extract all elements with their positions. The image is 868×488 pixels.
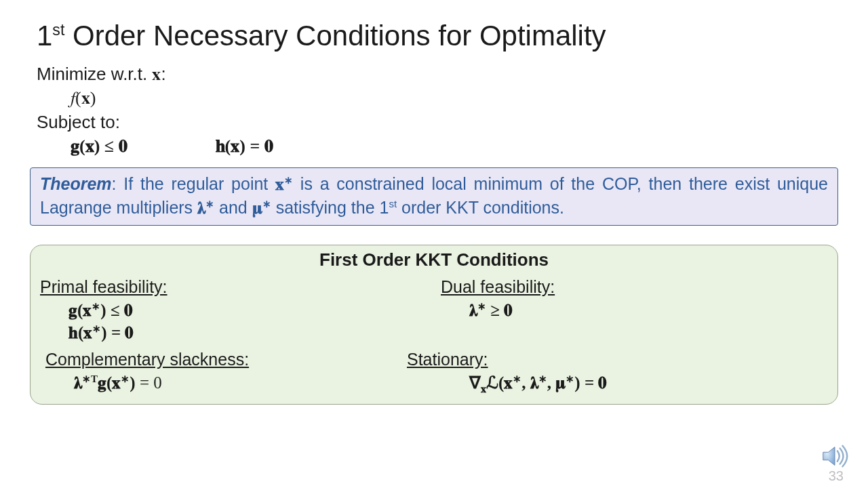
dual-expr: 𝛌∗ ≥ 𝟎 xyxy=(441,299,828,322)
dual-label: Dual feasibility: xyxy=(441,276,828,299)
comp-label: Complementary slackness: xyxy=(45,348,427,371)
primal-feasibility-block: Primal feasibility: 𝐠(𝐱∗) ≤ 𝟎 𝐡(𝐱∗) = 𝟎 xyxy=(40,276,427,344)
optimization-problem: Minimize w.r.t. 𝐱: 𝑓(𝐱) Subject to: 𝐠(𝐱)… xyxy=(37,62,831,157)
stat-label: Stationary: xyxy=(407,348,828,371)
theorem-prefix: Theorem xyxy=(40,174,112,193)
objective-function: 𝑓(𝐱) xyxy=(37,86,831,110)
kkt-grid-row-2: Complementary slackness: 𝛌∗T𝐠(𝐱∗) = 0 St… xyxy=(40,348,828,397)
speaker-icon xyxy=(819,441,850,472)
equality-constraint: 𝐡(𝐱) = 𝟎 xyxy=(216,134,273,158)
subject-to-label: Subject to: xyxy=(37,110,831,134)
inequality-constraint: 𝐠(𝐱) ≤ 𝟎 xyxy=(71,134,127,158)
comp-expr: 𝛌∗T𝐠(𝐱∗) = 0 xyxy=(45,371,427,394)
constraints-row: 𝐠(𝐱) ≤ 𝟎 𝐡(𝐱) = 𝟎 xyxy=(37,134,831,158)
theorem-t3: and xyxy=(214,198,252,217)
slide-title: 1st Order Necessary Conditions for Optim… xyxy=(37,19,831,53)
theorem-lambda: 𝛌∗ xyxy=(197,199,214,217)
theorem-st: st xyxy=(389,197,397,209)
primal-g: 𝐠(𝐱∗) ≤ 𝟎 xyxy=(40,299,427,322)
slide-title-text: Order Necessary Conditions for Optimalit… xyxy=(73,20,606,52)
theorem-t4: satisfying the 1 xyxy=(271,198,389,217)
kkt-grid-row-1: Primal feasibility: 𝐠(𝐱∗) ≤ 𝟎 𝐡(𝐱∗) = 𝟎 … xyxy=(40,276,828,344)
slide: 1st Order Necessary Conditions for Optim… xyxy=(0,0,868,488)
theorem-t5: order KKT conditions. xyxy=(397,198,564,217)
stationary-block: Stationary: ∇𝐱ℒ(𝐱∗, 𝛌∗, 𝛍∗) = 𝟎 xyxy=(441,348,828,397)
stat-expr: ∇𝐱ℒ(𝐱∗, 𝛌∗, 𝛍∗) = 𝟎 xyxy=(441,371,828,397)
complementary-slackness-block: Complementary slackness: 𝛌∗T𝐠(𝐱∗) = 0 xyxy=(40,348,427,397)
kkt-callout: First Order KKT Conditions Primal feasib… xyxy=(30,245,838,405)
theorem-t1: : If the regular point xyxy=(112,174,276,193)
primal-label: Primal feasibility: xyxy=(40,276,427,299)
primal-h: 𝐡(𝐱∗) = 𝟎 xyxy=(40,321,427,344)
kkt-heading: First Order KKT Conditions xyxy=(40,249,828,270)
dual-feasibility-block: Dual feasibility: 𝛌∗ ≥ 𝟎 xyxy=(441,276,828,344)
theorem-x: 𝐱∗ xyxy=(275,175,293,193)
minimize-label: Minimize w.r.t. 𝐱: xyxy=(37,62,831,86)
theorem-mu: 𝛍∗ xyxy=(252,199,271,217)
theorem-callout: Theorem: If the regular point 𝐱∗ is a co… xyxy=(30,167,838,226)
